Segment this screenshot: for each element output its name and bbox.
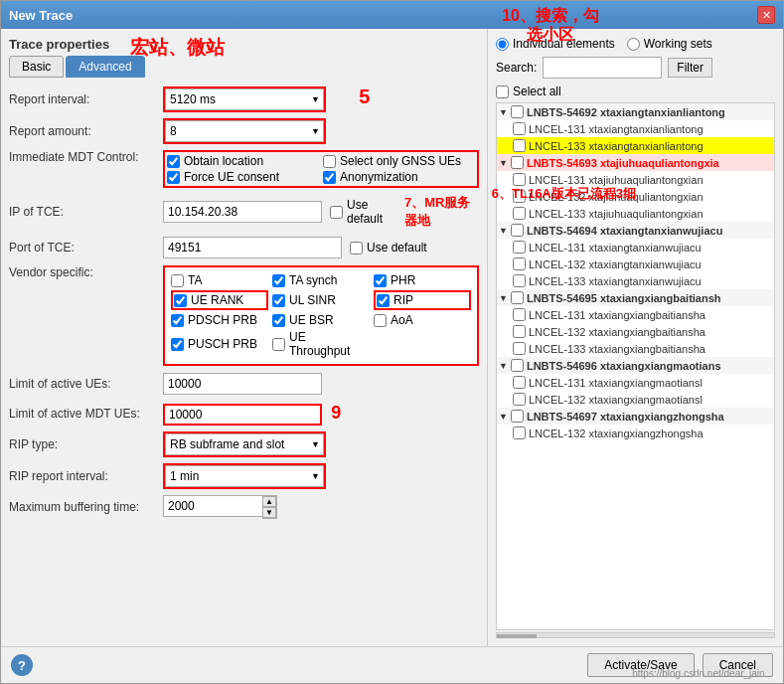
tree-checkbox-133-1[interactable] (513, 139, 526, 152)
limit-mdt-label: Limit of active MDT UEs: (9, 407, 163, 421)
vendor-ue-bsr-item: UE BSR (272, 313, 370, 327)
tree-arrow-54694: ▼ (499, 226, 508, 236)
vendor-ue-bsr-checkbox[interactable] (272, 314, 285, 327)
tree-checkbox-54694[interactable] (511, 224, 524, 237)
tree-parent-54697[interactable]: ▼ LNBTS-54697 xtaxiangxiangzhongsha (497, 408, 774, 425)
report-interval-label: Report interval: (9, 92, 163, 106)
vendor-ue-rank-checkbox[interactable] (174, 294, 187, 307)
tree-label-133-2: LNCEL-133 xtajiuhuaquliantongxian (529, 208, 704, 220)
tree-checkbox-54696[interactable] (511, 359, 524, 372)
report-amount-label: Report amount: (9, 124, 163, 138)
obtain-location-checkbox[interactable] (167, 155, 180, 168)
rip-interval-select[interactable]: 1 min 5 min 30 min (165, 465, 324, 487)
port-tce-input[interactable] (163, 237, 342, 258)
tree-child-131-1[interactable]: LNCEL-131 xtaxiangtanxianliantong (497, 120, 774, 137)
tree-child-133-1[interactable]: LNCEL-133 xtaxiangtanxianliantong (497, 137, 774, 154)
radio-working-label: Working sets (644, 37, 712, 51)
vendor-ul-sinr-checkbox[interactable] (272, 294, 285, 307)
tree-checkbox-132-5[interactable] (513, 325, 526, 338)
tree-checkbox-54695[interactable] (511, 291, 524, 304)
anonymization-item: Anonymization (323, 170, 475, 184)
tree-checkbox-54692[interactable] (511, 105, 524, 118)
tree-child-132-5[interactable]: LNCEL-132 xtaxiangxiangbaitiansha (497, 323, 774, 340)
tree-checkbox-54693[interactable] (511, 156, 524, 169)
annotation-7: 7、MR服务器地 (404, 194, 479, 230)
filter-button[interactable]: Filter (668, 58, 712, 78)
select-all-checkbox[interactable] (496, 86, 509, 98)
tree-child-131-4[interactable]: LNCEL-131 xtaxiangtanxianwujiacu (497, 239, 774, 256)
report-interval-select[interactable]: 5120 ms 1024 ms 2048 ms (165, 88, 324, 110)
vendor-ue-throughput-checkbox[interactable] (272, 338, 285, 351)
tree-checkbox-131-1[interactable] (513, 122, 526, 135)
vendor-phr-checkbox[interactable] (374, 274, 387, 287)
anonymization-checkbox[interactable] (323, 171, 336, 184)
vendor-rip-checkbox[interactable] (377, 294, 390, 307)
search-input[interactable] (543, 57, 662, 79)
tree-checkbox-133-5[interactable] (513, 342, 526, 355)
tree-child-132-6[interactable]: LNCEL-132 xtaxiangxiangmaotiansl (497, 391, 774, 408)
tree-label-131-2: LNCEL-131 xtajiuhuaquliantongxian (529, 174, 704, 186)
max-buffering-input[interactable] (163, 495, 262, 517)
radio-working-input[interactable] (627, 38, 640, 51)
tree-parent-54696[interactable]: ▼ LNBTS-54696 xtaxiangxiangmaotians (497, 357, 774, 374)
limit-ues-control (163, 373, 479, 395)
use-default-ip-checkbox[interactable] (330, 206, 343, 219)
tree-checkbox-133-2[interactable] (513, 207, 526, 220)
rip-type-label: RIP type: (9, 437, 163, 451)
tree-checkbox-132-6[interactable] (513, 393, 526, 406)
tab-basic[interactable]: Basic (9, 56, 64, 78)
tree-child-131-6[interactable]: LNCEL-131 xtaxiangxiangmaotiansl (497, 374, 774, 391)
tree-child-133-4[interactable]: LNCEL-133 xtaxiangtanxianwujiacu (497, 272, 774, 289)
tree-parent-54695[interactable]: ▼ LNBTS-54695 xtaxiangxiangbaitiansh (497, 289, 774, 306)
spin-up-button[interactable]: ▲ (262, 496, 276, 507)
limit-ues-input[interactable] (163, 373, 322, 395)
tree-child-133-2[interactable]: LNCEL-133 xtajiuhuaquliantongxian (497, 205, 774, 222)
use-default-port-checkbox[interactable] (350, 242, 363, 255)
tree-checkbox-54697[interactable] (511, 410, 524, 423)
tree-checkbox-133-4[interactable] (513, 274, 526, 287)
close-button[interactable]: ✕ (757, 6, 775, 24)
port-tce-label: Port of TCE: (9, 241, 163, 255)
port-tce-control: Use default (163, 237, 479, 258)
tree-parent-54693[interactable]: ▼ LNBTS-54693 xtajiuhuaquliantongxia (497, 154, 774, 171)
select-gnss-checkbox[interactable] (323, 155, 336, 168)
tree-checkbox-132-7[interactable] (513, 427, 526, 439)
rip-interval-control: 1 min 5 min 30 min (163, 463, 479, 489)
tree-checkbox-131-6[interactable] (513, 376, 526, 389)
tree-checkbox-132-4[interactable] (513, 257, 526, 270)
tree-label-133-1: LNCEL-133 xtaxiangtanxianliantong (529, 140, 704, 152)
tree-checkbox-131-4[interactable] (513, 241, 526, 254)
vendor-aoa-label: AoA (391, 313, 413, 327)
horizontal-scrollbar[interactable] (496, 632, 775, 638)
tree-label-54695: LNBTS-54695 xtaxiangxiangbaitiansh (527, 292, 721, 304)
max-buffering-spin: ▲ ▼ (163, 495, 479, 519)
force-ue-checkbox[interactable] (167, 171, 180, 184)
ip-tce-input[interactable] (163, 201, 322, 223)
tree-checkbox-131-5[interactable] (513, 308, 526, 321)
tree-arrow-54695: ▼ (499, 293, 508, 303)
tree-child-132-4[interactable]: LNCEL-132 xtaxiangtanxianwujiacu (497, 256, 774, 272)
vendor-ta-synch-checkbox[interactable] (272, 274, 285, 287)
vendor-pdsch-checkbox[interactable] (171, 314, 184, 327)
tree-child-131-5[interactable]: LNCEL-131 xtaxiangxiangbaitiansha (497, 306, 774, 323)
vendor-aoa-checkbox[interactable] (374, 314, 387, 327)
vendor-ta-checkbox[interactable] (171, 274, 184, 287)
force-ue-item: Force UE consent (167, 170, 319, 184)
tree-child-133-5[interactable]: LNCEL-133 xtaxiangxiangbaitiansha (497, 340, 774, 357)
use-default-port-label: Use default (367, 241, 427, 255)
tree-child-132-7[interactable]: LNCEL-132 xtaxiangxiangzhongsha (497, 425, 774, 441)
report-amount-select[interactable]: 8 4 16 (165, 120, 324, 142)
vendor-pusch-checkbox[interactable] (171, 338, 184, 351)
limit-mdt-input[interactable] (163, 404, 322, 426)
search-row: Search: Filter (496, 57, 775, 79)
tree-parent-54692[interactable]: ▼ LNBTS-54692 xtaxiangtanxianliantong (497, 103, 774, 120)
rip-type-select[interactable]: RB subframe and slot Subframe (165, 433, 324, 455)
rip-interval-row: RIP report interval: 1 min 5 min 30 min (9, 463, 479, 489)
vendor-specific-label: Vendor specific: (9, 265, 163, 279)
vendor-rip-item: RIP (374, 290, 471, 310)
spin-down-button[interactable]: ▼ (262, 507, 276, 518)
tree-label-54692: LNBTS-54692 xtaxiangtanxianliantong (527, 106, 725, 118)
tree-label-133-5: LNCEL-133 xtaxiangxiangbaitiansha (529, 343, 706, 355)
tree-parent-54694[interactable]: ▼ LNBTS-54694 xtaxiangtanxianwujiacu (497, 222, 774, 239)
help-button[interactable]: ? (11, 654, 33, 676)
